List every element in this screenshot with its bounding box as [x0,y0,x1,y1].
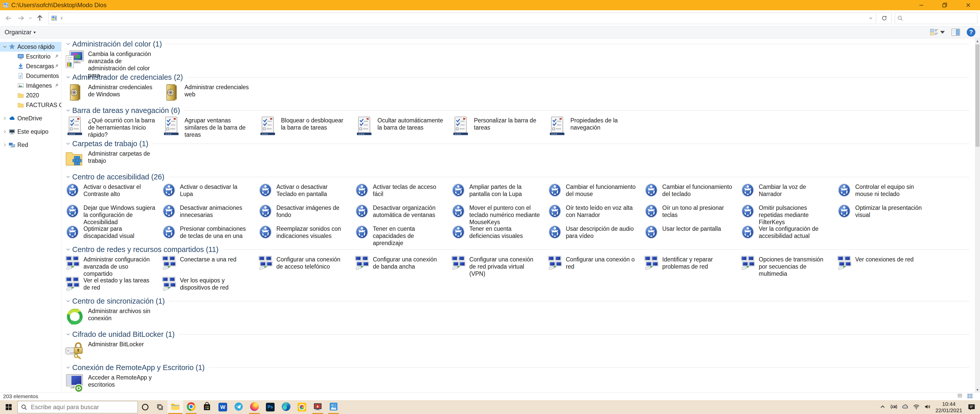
task-item[interactable]: Cambiar el funcionamiento del teclado [644,181,740,202]
task-item[interactable]: Activar o desactivar Teclado en pantalla [258,181,355,202]
up-button[interactable] [34,12,46,24]
tray-meet-now-button[interactable] [888,403,899,411]
vertical-scrollbar[interactable]: ▲ ▼ [975,38,980,392]
group-header[interactable]: Centro de sincronización (1) [65,296,975,306]
recent-locations-chevron[interactable] [27,12,34,24]
taskbar-app-edge[interactable] [278,400,294,414]
sidebar-item-red[interactable]: Red [0,140,61,150]
taskbar-app-firefox[interactable] [247,400,262,414]
task-item[interactable]: Tener en cuenta capacidades de aprendiza… [355,223,451,244]
address-dropdown-button[interactable] [865,16,876,21]
task-item[interactable]: Optimizar para discapacidad visual [65,223,162,244]
address-bar[interactable] [48,12,876,24]
refresh-button[interactable] [877,12,892,24]
title-bar[interactable]: C:\Users\sofch\Desktop\Modo Dios [0,0,980,10]
task-item[interactable]: Conectarse a una red [162,254,258,275]
task-item[interactable]: Administrar configuración avanzada de us… [65,254,162,275]
details-view-toggle[interactable] [956,393,963,400]
taskbar-app-media-yellow[interactable] [294,400,310,414]
task-item[interactable]: Cambia la configuración avanzada de admi… [65,48,162,72]
close-button[interactable] [956,0,980,10]
task-item[interactable]: Administrar BitLocker [65,339,162,362]
sidebar-item-documentos[interactable]: Documentos [0,71,61,81]
forward-button[interactable] [15,12,27,24]
task-item[interactable]: Configurar una conexión de red privada v… [451,254,547,275]
change-view-button[interactable] [930,28,945,36]
action-center-button[interactable] [965,403,978,411]
task-item[interactable]: Agrupar ventanas similares de la barra d… [162,115,258,139]
task-item[interactable]: Omitir pulsaciones repetidas mediante Fi… [740,202,837,223]
taskbar-app-photos[interactable] [326,400,342,414]
sidebar-item-facturas-compu[interactable]: FACTURAS COMPU [0,100,61,110]
sidebar-item-im-genes[interactable]: Imágenes [0,81,61,91]
sidebar-item-acceso-r-pido[interactable]: Acceso rápido [0,42,61,52]
task-item[interactable]: Ver el estado y las tareas de red [65,275,162,296]
taskbar-app-telegram[interactable] [231,400,247,414]
taskbar-app-chrome[interactable] [183,400,199,414]
task-item[interactable]: Opciones de transmisión por secuencias d… [740,254,837,275]
task-item[interactable]: Administrar credenciales de Windows [65,82,162,105]
task-item[interactable]: Dejar que Windows sugiera la configuraci… [65,202,162,223]
task-item[interactable]: Mover el puntero con el teclado numérico… [451,202,547,223]
group-header[interactable]: Barra de tareas y navegación (6) [65,106,975,115]
task-item[interactable]: Ver los equipos y dispositivos de red [162,275,258,296]
restore-button[interactable] [933,0,956,10]
scrollbar-thumb[interactable] [975,45,980,147]
task-item[interactable]: Controlar el equipo sin mouse ni teclado [837,181,933,202]
minimize-button[interactable] [910,0,933,10]
task-item[interactable]: Tener en cuenta deficiencias visuales [451,223,547,244]
organize-button[interactable]: Organizar▾ [5,29,35,36]
taskbar-app-remote-screen[interactable] [310,400,326,414]
task-item[interactable]: Activar o desactivar la Lupa [162,181,258,202]
help-button[interactable]: ? [967,28,975,37]
scroll-up-arrow[interactable]: ▲ [975,38,980,43]
task-item[interactable]: Oír un tono al presionar teclas [644,202,740,223]
taskbar-search-input[interactable] [30,403,138,411]
group-header[interactable]: Carpetas de trabajo (1) [65,139,975,148]
tray-chevron-up-button[interactable] [877,403,888,411]
sidebar-item-onedrive[interactable]: OneDrive [0,113,61,123]
explorer-search-box[interactable] [895,12,977,24]
task-item[interactable]: Ampliar partes de la pantalla con la Lup… [451,181,547,202]
task-item[interactable]: Usar lector de pantalla [644,223,740,244]
task-item[interactable]: Ver la configuración de accesibilidad ac… [740,223,837,244]
task-item[interactable]: Configurar una conexión de banda ancha [355,254,451,275]
task-item[interactable]: Reemplazar sonidos con indicaciones visu… [258,223,355,244]
taskbar-app-photoshop[interactable]: Ps [262,400,278,414]
group-header[interactable]: Centro de redes y recursos compartidos (… [65,245,975,254]
task-item[interactable]: Cambiar la voz de Narrador [740,181,837,202]
group-header[interactable]: Administrador de credenciales (2) [65,73,975,82]
task-item[interactable]: Personalizar la barra de tareas [451,115,547,139]
sidebar-item-escritorio[interactable]: Escritorio [0,52,61,61]
task-item[interactable]: Administrar archivos sin conexión [65,306,162,329]
back-button[interactable] [3,12,15,24]
sidebar-item-descargas[interactable]: Descargas [0,61,61,71]
sidebar-item-2020[interactable]: 2020 [0,91,61,100]
task-item[interactable]: Ver conexiones de red [837,254,933,275]
taskbar-app-file-explorer[interactable] [167,400,183,414]
start-button[interactable] [0,400,18,414]
cortana-button[interactable] [138,400,153,414]
task-item[interactable]: Configurar una conexión de acceso telefó… [258,254,355,275]
taskbar-search-box[interactable] [18,401,138,413]
task-item[interactable]: Desactivar imágenes de fondo [258,202,355,223]
task-item[interactable]: Activar teclas de acceso fácil [355,181,451,202]
task-item[interactable]: Administrar carpetas de trabajo [65,148,162,172]
preview-pane-button[interactable] [951,28,960,36]
task-item[interactable]: Desactivar animaciones innecesarias [162,202,258,223]
task-item[interactable]: Acceder a RemoteApp y escritorios [65,372,162,392]
task-item[interactable]: Propiedades de la navegación [547,115,644,139]
task-item[interactable]: Administrar credenciales web [162,82,258,105]
thumbnails-view-toggle[interactable] [967,393,974,400]
task-item[interactable]: Identificar y reparar problemas de red [644,254,740,275]
tray-onedrive-tray-button[interactable] [899,403,911,411]
task-item[interactable]: Cambiar el funcionamiento del mouse [547,181,644,202]
taskbar-app-word[interactable]: W [215,400,231,414]
taskbar-clock[interactable]: 10:44 22/01/2021 [933,401,965,414]
group-header[interactable]: Conexión de RemoteApp y Escritorio (1) [65,363,975,372]
sidebar-item-este-equipo[interactable]: Este equipo [0,127,61,136]
task-view-button[interactable] [153,400,167,414]
group-header[interactable]: Cifrado de unidad BitLocker (1) [65,330,975,339]
group-header[interactable]: Centro de accesibilidad (26) [65,172,975,181]
task-item[interactable]: Configurar una conexión o red [547,254,644,275]
